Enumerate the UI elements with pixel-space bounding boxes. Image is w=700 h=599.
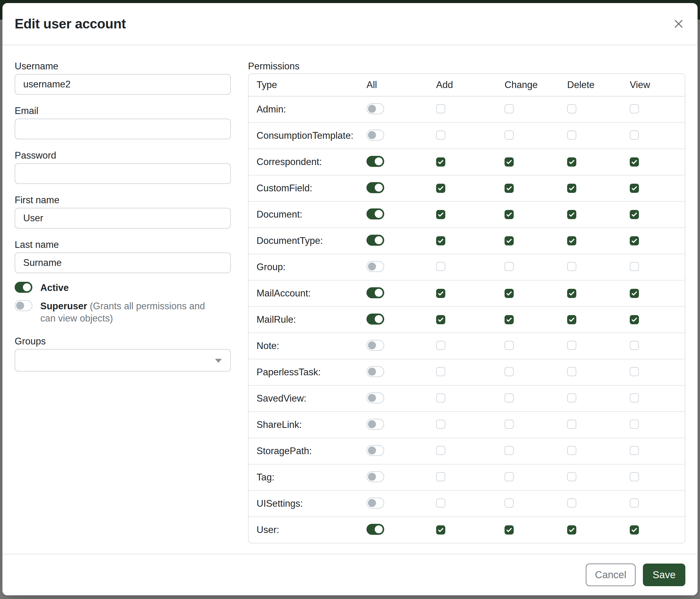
permission-delete-checkbox[interactable]: [567, 367, 576, 376]
permission-change-checkbox[interactable]: [504, 184, 514, 193]
permission-add-checkbox[interactable]: [436, 262, 445, 271]
password-input[interactable]: [15, 163, 231, 184]
permission-delete-checkbox[interactable]: [567, 446, 576, 455]
permission-all-toggle[interactable]: [367, 340, 384, 351]
permission-view-checkbox[interactable]: [630, 210, 639, 219]
permission-delete-checkbox[interactable]: [567, 210, 576, 219]
permission-delete-checkbox[interactable]: [567, 341, 576, 350]
permission-change-checkbox[interactable]: [504, 341, 514, 350]
permission-all-toggle[interactable]: [367, 524, 384, 535]
permission-delete-checkbox[interactable]: [567, 289, 576, 298]
permission-change-checkbox[interactable]: [504, 315, 514, 324]
active-toggle[interactable]: [15, 282, 32, 293]
permission-change-checkbox[interactable]: [504, 104, 514, 113]
permission-view-checkbox[interactable]: [630, 289, 639, 298]
permission-add-checkbox[interactable]: [436, 236, 445, 245]
permission-all-toggle[interactable]: [367, 314, 384, 325]
permission-change-checkbox[interactable]: [504, 130, 514, 140]
permission-change-checkbox[interactable]: [504, 367, 514, 376]
permission-view-checkbox[interactable]: [630, 315, 639, 324]
permission-delete-checkbox[interactable]: [567, 525, 576, 534]
permission-all-toggle[interactable]: [367, 235, 384, 246]
permission-add-checkbox[interactable]: [436, 393, 445, 403]
permission-all-toggle[interactable]: [367, 129, 384, 141]
cancel-button[interactable]: Cancel: [586, 564, 635, 586]
permission-view-checkbox[interactable]: [630, 446, 639, 455]
superuser-toggle[interactable]: [15, 300, 32, 311]
permission-add-checkbox[interactable]: [436, 289, 445, 298]
permission-change-checkbox[interactable]: [504, 472, 514, 481]
permission-view-checkbox[interactable]: [630, 341, 639, 350]
permission-view-checkbox[interactable]: [630, 393, 639, 403]
permission-all-toggle[interactable]: [367, 471, 384, 482]
close-button[interactable]: [671, 16, 686, 32]
toggle-knob: [375, 210, 383, 218]
check-icon: [438, 185, 444, 192]
permission-view-checkbox[interactable]: [630, 262, 639, 271]
permission-add-checkbox[interactable]: [436, 420, 445, 429]
permission-all-toggle[interactable]: [367, 287, 384, 298]
permission-change-checkbox[interactable]: [504, 236, 514, 245]
permission-view-checkbox[interactable]: [630, 420, 639, 429]
permission-add-checkbox[interactable]: [436, 367, 445, 376]
permission-add-checkbox[interactable]: [436, 104, 445, 113]
permission-all-toggle[interactable]: [367, 156, 384, 167]
groups-select[interactable]: [15, 349, 231, 372]
permission-view-checkbox[interactable]: [630, 184, 639, 193]
permission-add-checkbox[interactable]: [436, 158, 445, 167]
permission-all-toggle[interactable]: [367, 209, 384, 219]
first-name-input[interactable]: [15, 208, 231, 229]
permission-all-toggle[interactable]: [367, 182, 384, 193]
permission-row: StoragePath:: [249, 438, 685, 464]
permission-all-toggle[interactable]: [367, 498, 384, 508]
permission-change-checkbox[interactable]: [504, 393, 514, 403]
permission-view-checkbox[interactable]: [630, 130, 639, 140]
username-input[interactable]: [15, 74, 231, 95]
permission-delete-checkbox[interactable]: [567, 393, 576, 403]
permission-delete-checkbox[interactable]: [567, 472, 576, 481]
save-button[interactable]: Save: [643, 564, 685, 586]
permission-all-toggle[interactable]: [367, 103, 384, 114]
toggle-knob: [368, 105, 376, 113]
permission-delete-checkbox[interactable]: [567, 184, 576, 193]
permission-delete-checkbox[interactable]: [567, 420, 576, 429]
permission-delete-checkbox[interactable]: [567, 130, 576, 140]
permission-change-checkbox[interactable]: [504, 289, 514, 298]
permission-view-checkbox[interactable]: [630, 158, 639, 167]
permission-change-checkbox[interactable]: [504, 446, 514, 455]
permission-add-checkbox[interactable]: [436, 315, 445, 324]
permission-delete-checkbox[interactable]: [567, 499, 576, 508]
permission-view-checkbox[interactable]: [630, 236, 639, 245]
permission-change-checkbox[interactable]: [504, 158, 514, 167]
permission-change-checkbox[interactable]: [504, 210, 514, 219]
email-input[interactable]: [15, 119, 231, 139]
permission-all-toggle[interactable]: [367, 445, 384, 456]
permission-view-checkbox[interactable]: [630, 367, 639, 376]
permission-view-checkbox[interactable]: [630, 472, 639, 481]
permission-all-toggle[interactable]: [367, 392, 384, 403]
permission-change-checkbox[interactable]: [504, 262, 514, 271]
permission-add-checkbox[interactable]: [436, 341, 445, 350]
permission-add-checkbox[interactable]: [436, 130, 445, 140]
permission-change-checkbox[interactable]: [504, 525, 514, 534]
permission-view-checkbox[interactable]: [630, 104, 639, 113]
permission-add-checkbox[interactable]: [436, 525, 445, 534]
permission-view-checkbox[interactable]: [630, 525, 639, 534]
permission-add-checkbox[interactable]: [436, 499, 445, 508]
permission-all-toggle[interactable]: [367, 261, 384, 272]
permission-delete-checkbox[interactable]: [567, 315, 576, 324]
permission-all-toggle[interactable]: [367, 366, 384, 377]
permission-delete-checkbox[interactable]: [567, 262, 576, 271]
last-name-input[interactable]: [15, 253, 231, 273]
permission-delete-checkbox[interactable]: [567, 104, 576, 113]
permission-add-checkbox[interactable]: [436, 184, 445, 193]
permission-view-checkbox[interactable]: [630, 499, 639, 508]
permission-add-checkbox[interactable]: [436, 210, 445, 219]
permission-all-toggle[interactable]: [367, 419, 384, 430]
permission-change-checkbox[interactable]: [504, 420, 514, 429]
permission-add-checkbox[interactable]: [436, 446, 445, 455]
permission-change-checkbox[interactable]: [504, 499, 514, 508]
permission-delete-checkbox[interactable]: [567, 236, 576, 245]
permission-delete-checkbox[interactable]: [567, 158, 576, 167]
permission-add-checkbox[interactable]: [436, 472, 445, 481]
